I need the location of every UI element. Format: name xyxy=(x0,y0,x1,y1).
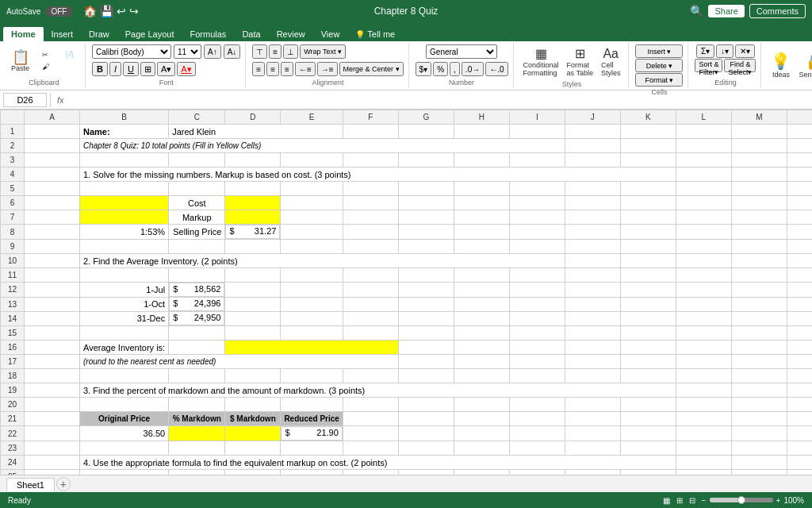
cell-I18[interactable] xyxy=(509,369,565,383)
cell-J21[interactable] xyxy=(565,412,620,426)
cell-K17[interactable] xyxy=(620,355,676,369)
cell-K14[interactable] xyxy=(620,311,676,326)
cell-B25[interactable] xyxy=(80,470,169,475)
cell-G23[interactable] xyxy=(398,441,454,456)
cell-F21[interactable] xyxy=(343,412,398,426)
cell-I22[interactable] xyxy=(509,426,565,441)
tab-view[interactable]: View xyxy=(313,27,348,41)
cell-A11[interactable] xyxy=(25,268,80,283)
cell-G12[interactable] xyxy=(398,283,454,298)
cell-B18[interactable] xyxy=(80,369,169,383)
cell-E13[interactable] xyxy=(281,297,343,311)
cell-G3[interactable] xyxy=(398,153,454,167)
cell-M6[interactable] xyxy=(731,196,787,210)
dec-decrease-button[interactable]: ←.0 xyxy=(485,62,508,76)
cell-F1[interactable] xyxy=(398,125,454,139)
cell-N4[interactable] xyxy=(787,167,812,182)
cell-L11[interactable] xyxy=(676,268,731,283)
cell-K12[interactable] xyxy=(620,283,676,298)
cell-C1[interactable]: Jared Klein xyxy=(169,125,343,139)
cell-H5[interactable] xyxy=(454,182,509,196)
cell-H22[interactable] xyxy=(454,426,509,441)
cell-B4[interactable]: 1. Solve for the missing numbers. Markup… xyxy=(80,167,676,182)
cell-C12[interactable]: $18,562 xyxy=(169,283,224,297)
cell-A21[interactable] xyxy=(25,412,80,426)
col-header-F[interactable]: F xyxy=(343,110,398,125)
cell-G15[interactable] xyxy=(398,326,454,341)
cell-D15[interactable] xyxy=(225,326,281,341)
sum-button[interactable]: Σ▾ xyxy=(696,44,714,58)
cell-D14[interactable] xyxy=(225,311,281,326)
cell-M3[interactable] xyxy=(731,153,787,167)
cell-D9[interactable] xyxy=(225,240,281,254)
cell-M25[interactable] xyxy=(731,470,787,475)
cell-C6[interactable]: Cost xyxy=(169,196,225,210)
cell-J13[interactable] xyxy=(565,297,620,311)
cell-E23[interactable] xyxy=(281,441,343,456)
cell-B9[interactable] xyxy=(80,240,169,254)
cell-K16[interactable] xyxy=(620,341,676,355)
cell-M4[interactable] xyxy=(731,167,787,182)
cell-B8[interactable]: 1:53% xyxy=(80,225,169,240)
cell-L20[interactable] xyxy=(676,398,731,412)
cell-E5[interactable] xyxy=(281,182,343,196)
cell-B23[interactable] xyxy=(80,441,169,456)
cell-J10[interactable] xyxy=(565,254,620,268)
cell-D3[interactable] xyxy=(225,153,281,167)
cell-H23[interactable] xyxy=(454,441,509,456)
cell-L2[interactable] xyxy=(676,139,731,153)
cell-I23[interactable] xyxy=(509,441,565,456)
cell-K3[interactable] xyxy=(620,153,676,167)
zoom-in-button[interactable]: + xyxy=(776,496,781,505)
cell-G21[interactable] xyxy=(398,412,454,426)
cell-M5[interactable] xyxy=(731,182,787,196)
sensitivity-button[interactable]: 🔒 Sensitivity xyxy=(795,50,812,80)
cell-F15[interactable] xyxy=(343,326,398,341)
cell-K20[interactable] xyxy=(620,398,676,412)
cell-D8[interactable]: $ 31.27 xyxy=(225,225,280,239)
cell-I1[interactable] xyxy=(565,125,620,139)
cell-N11[interactable] xyxy=(787,268,812,283)
cell-J8[interactable] xyxy=(565,225,620,240)
align-right-button[interactable]: ≡ xyxy=(281,62,293,76)
cell-N8[interactable] xyxy=(787,225,812,240)
cell-L17[interactable] xyxy=(676,355,731,369)
cell-D16[interactable] xyxy=(225,341,398,355)
cell-A4[interactable] xyxy=(25,167,80,182)
cell-I17[interactable] xyxy=(509,355,565,369)
cell-M7[interactable] xyxy=(731,210,787,225)
cell-F7[interactable] xyxy=(343,210,398,225)
cell-H3[interactable] xyxy=(454,153,509,167)
cell-K22[interactable] xyxy=(620,426,676,441)
cell-G6[interactable] xyxy=(398,196,454,210)
cell-G18[interactable] xyxy=(398,369,454,383)
tab-pagelayout[interactable]: Page Layout xyxy=(117,27,182,41)
cell-D23[interactable] xyxy=(225,441,281,456)
cell-A14[interactable] xyxy=(25,311,80,326)
col-header-D[interactable]: D xyxy=(225,110,281,125)
cell-I5[interactable] xyxy=(509,182,565,196)
cell-I6[interactable] xyxy=(509,196,565,210)
cell-L5[interactable] xyxy=(676,182,731,196)
cell-F5[interactable] xyxy=(343,182,398,196)
cell-G8[interactable] xyxy=(398,225,454,240)
cell-I14[interactable] xyxy=(509,311,565,326)
cell-M23[interactable] xyxy=(731,441,787,456)
cell-I25[interactable] xyxy=(509,470,565,475)
cell-B10[interactable]: 2. Find the Average Inventory. (2 points… xyxy=(80,254,565,268)
cell-E22[interactable]: $21.90 xyxy=(281,426,342,441)
cell-H7[interactable] xyxy=(454,210,509,225)
cell-H13[interactable] xyxy=(454,297,509,311)
cell-B5[interactable] xyxy=(80,182,169,196)
cell-D21[interactable]: $ Markdown xyxy=(225,412,281,426)
cell-C23[interactable] xyxy=(169,441,225,456)
cell-C18[interactable] xyxy=(169,369,225,383)
cell-D6[interactable] xyxy=(225,196,281,210)
cell-A2[interactable] xyxy=(25,139,80,153)
cell-I12[interactable] xyxy=(509,283,565,298)
cell-D5[interactable] xyxy=(225,182,281,196)
cell-styles-button[interactable]: Aa CellStyles xyxy=(598,45,624,79)
cell-reference-input[interactable]: D26 xyxy=(3,93,47,107)
cell-H14[interactable] xyxy=(454,311,509,326)
cell-J1[interactable] xyxy=(620,125,676,139)
